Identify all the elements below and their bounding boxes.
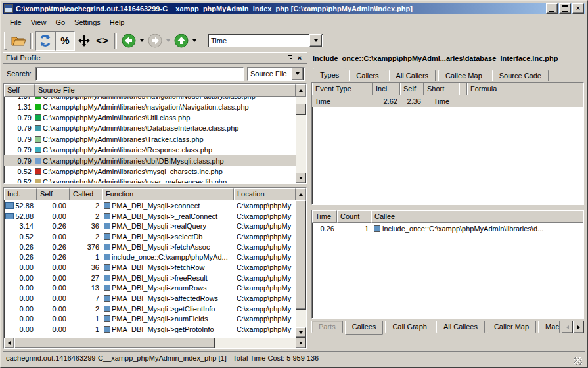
scroll-down-button[interactable] (296, 173, 306, 183)
up-button[interactable] (172, 32, 191, 50)
column-header-source-file[interactable]: Source File (35, 84, 296, 97)
tab-parts[interactable]: Parts (311, 321, 343, 333)
shorten-templates-button[interactable]: <> (93, 32, 112, 50)
source-file-row[interactable]: 0.79 C:\xampp\phpMyAdmin\libraries\dbi\D… (4, 155, 296, 166)
event-type-row[interactable]: Time 2.62 2.36 Time (312, 95, 583, 107)
function-row[interactable]: 0.00 0.00 1 PMA_DBI_Mysqli->getProtoInfo… (4, 324, 296, 334)
scroll-up-button[interactable] (296, 188, 306, 200)
scrollbar-thumb[interactable] (14, 338, 215, 348)
column-header-count[interactable]: Count (337, 210, 371, 223)
menu-go[interactable]: Go (51, 17, 70, 28)
tab-caller-map[interactable]: Caller Map (487, 321, 536, 333)
function-row[interactable]: 0.00 0.00 36 PMA_DBI_Mysqli->fetchRow C:… (4, 262, 296, 273)
up-history-dropdown[interactable] (191, 32, 198, 50)
column-header-self[interactable]: Self (37, 188, 70, 200)
forward-button[interactable] (146, 32, 164, 50)
tab-scroll-right-button[interactable] (573, 321, 584, 333)
tab-callee-map[interactable]: Callee Map (438, 70, 489, 81)
tab-call-graph[interactable]: Call Graph (385, 321, 434, 333)
tab-source-code[interactable]: Source Code (492, 70, 549, 81)
function-row[interactable]: 52.88 0.00 2 PMA_DBI_Mysqli->_realConnec… (4, 211, 296, 221)
column-header-called[interactable]: Called (70, 188, 102, 200)
event-type-combobox[interactable]: Time (208, 34, 323, 47)
function-row[interactable]: 0.00 0.00 27 PMA_DBI_Mysqli->freeResult … (4, 273, 296, 283)
menu-view[interactable]: View (26, 17, 51, 28)
source-file-row[interactable]: 0.79 C:\xampp\phpMyAdmin\libraries\Util.… (4, 112, 296, 123)
tab-callers[interactable]: Callers (349, 70, 386, 81)
tab-scroll-left-button[interactable] (562, 321, 573, 333)
source-file-row[interactable]: 1.31 C:\xampp\phpMyAdmin\libraries\navig… (4, 101, 296, 112)
menu-settings[interactable]: Settings (70, 17, 105, 28)
function-row[interactable]: 3.14 0.26 36 PMA_DBI_Mysqli->realQuery C… (4, 221, 296, 231)
scroll-down-button[interactable] (296, 327, 306, 338)
column-header-callee[interactable]: Callee (371, 210, 583, 223)
column-header-incl[interactable]: Incl. (373, 83, 400, 95)
maximize-button[interactable] (559, 3, 571, 14)
scrollbar-thumb[interactable] (296, 200, 306, 310)
scroll-right-button[interactable] (296, 338, 306, 348)
tab-all-callers[interactable]: All Callers (389, 70, 436, 81)
toolbar-handle[interactable] (4, 32, 7, 50)
tab-types[interactable]: Types (313, 68, 346, 81)
source-file-row[interactable]: 0.52 C:\xampp\phpMyAdmin\libraries\mysql… (4, 166, 296, 177)
called-count-cell: 7 (70, 294, 102, 302)
function-row[interactable]: 0.00 0.00 1 PMA_DBI_Mysqli->numFields C:… (4, 314, 296, 325)
column-header-location[interactable]: Location (234, 188, 296, 200)
search-input[interactable] (35, 67, 244, 81)
horizontal-scrollbar[interactable] (4, 338, 306, 348)
close-panel-button[interactable]: × (295, 54, 304, 62)
self-cost-cell: 0.79 (4, 114, 35, 122)
minimize-button[interactable] (546, 3, 558, 14)
source-file-row[interactable]: 0.79 C:\xampp\phpMyAdmin\libraries\Datab… (4, 123, 296, 133)
cost-color-icon (35, 114, 41, 121)
column-header-event-type[interactable]: Event Type (312, 83, 373, 95)
function-row[interactable]: 0.00 0.00 2 PMA_DBI_Mysqli->getClientInf… (4, 304, 296, 314)
column-header-self[interactable]: Self (400, 83, 424, 95)
vertical-scrollbar[interactable] (296, 200, 306, 338)
open-file-button[interactable] (9, 32, 28, 50)
resize-grip[interactable] (574, 357, 582, 365)
column-header-short[interactable]: Short (424, 83, 459, 95)
menu-file[interactable]: File (5, 17, 26, 28)
function-row[interactable]: 0.00 0.00 13 PMA_DBI_Mysqli->numRows C:\… (4, 283, 296, 294)
function-row[interactable]: 0.26 0.26 376 PMA_DBI_Mysqli->fetchAssoc… (4, 242, 296, 252)
source-file-cell: C:\xampp\phpMyAdmin\libraries\mysql_char… (35, 168, 296, 175)
tab-all-callees[interactable]: All Callees (436, 321, 485, 333)
source-file-row[interactable]: 0.52 C:\xampp\phpMyAdmin\libraries\user_… (4, 177, 296, 183)
scroll-up-button[interactable] (296, 84, 306, 97)
back-button[interactable] (120, 32, 138, 50)
relative-percent-toggle[interactable]: % (55, 31, 75, 51)
source-file-row[interactable]: 0.79 C:\xampp\phpMyAdmin\libraries\Respo… (4, 145, 296, 155)
close-button[interactable]: × (572, 3, 584, 14)
float-panel-button[interactable] (284, 54, 293, 62)
callee-row[interactable]: 0.26 1 include_once::C:\xampp\phpMyAdmin… (312, 223, 583, 235)
grouping-combobox[interactable]: Source File (247, 67, 305, 81)
cycle-detection-button[interactable] (75, 32, 93, 50)
vertical-scrollbar[interactable] (296, 97, 306, 183)
forward-history-dropdown[interactable] (164, 32, 172, 50)
function-name-cell: PMA_DBI_Mysqli->fetchRow (102, 264, 234, 271)
function-name-cell: PMA_DBI_Mysqli->_realConnect (102, 212, 234, 220)
function-row[interactable]: 0.00 0.00 7 PMA_DBI_Mysqli->affectedRows… (4, 293, 296, 304)
column-header-function[interactable]: Function (102, 188, 234, 200)
combo-drop-button[interactable] (291, 68, 304, 80)
tab-callees[interactable]: Callees (345, 321, 384, 335)
location-cell: C:\xampp\phpMy (234, 264, 296, 271)
column-header-incl[interactable]: Incl. (4, 188, 37, 200)
reload-button[interactable] (35, 31, 55, 51)
combo-drop-button[interactable] (309, 34, 322, 47)
function-row[interactable]: 0.26 0.26 1 include_once::C:\xampp\phpMy… (4, 252, 296, 262)
source-file-row[interactable]: 0.79 C:\xampp\phpMyAdmin\libraries\Track… (4, 134, 296, 145)
tab-machine[interactable]: Machine (538, 321, 560, 333)
menu-help[interactable]: Help (105, 17, 129, 28)
scroll-left-button[interactable] (4, 338, 14, 348)
scrollbar-thumb[interactable] (296, 104, 306, 115)
column-header-formula[interactable]: Formula (467, 83, 583, 95)
function-row[interactable]: 0.52 0.00 2 PMA_DBI_Mysqli->selectDb C:\… (4, 231, 296, 242)
function-row[interactable]: 52.88 0.00 2 PMA_DBI_Mysqli->connect C:\… (4, 200, 296, 211)
column-header-time[interactable]: Time (312, 210, 337, 223)
self-cost-cell: 0.00 (37, 212, 70, 220)
back-history-dropdown[interactable] (138, 32, 146, 50)
column-header-self[interactable]: Self (4, 84, 35, 97)
flat-profile-dock-header[interactable]: Flat Profile × (3, 52, 307, 64)
